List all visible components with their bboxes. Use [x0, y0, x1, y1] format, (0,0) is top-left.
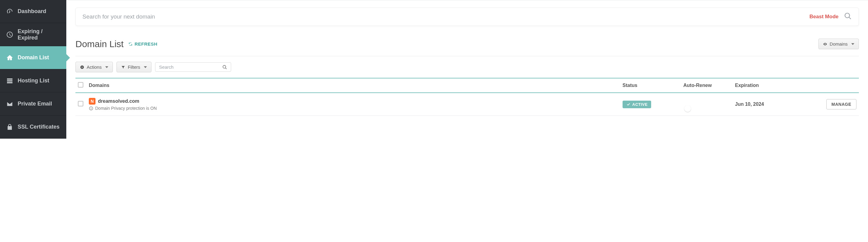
play-circle-icon — [80, 65, 84, 69]
expiration-date: Jun 10, 2024 — [735, 101, 764, 107]
manage-button[interactable]: MANAGE — [826, 99, 857, 110]
main-content: Beast Mode Domain List REFRESH Domains — [66, 0, 868, 139]
sidebar-item-label: SSL Certificates — [18, 124, 60, 130]
chevron-down-icon — [851, 43, 854, 45]
sidebar-item-dashboard[interactable]: Dashboard — [0, 0, 66, 23]
mail-icon — [6, 100, 13, 108]
search-icon[interactable] — [222, 65, 227, 70]
server-icon — [6, 77, 13, 85]
sidebar-item-expiring[interactable]: Expiring / Expired — [0, 23, 66, 46]
domain-search-input[interactable] — [83, 13, 804, 20]
sidebar-nav: Dashboard Expiring / Expired Domain List… — [0, 0, 66, 139]
privacy-note: Domain Privacy protection is ON — [95, 106, 157, 111]
page-title: Domain List — [75, 39, 123, 49]
registrar-logo-icon: N — [89, 98, 95, 104]
list-search-wrapper — [155, 62, 231, 72]
check-icon — [626, 102, 630, 107]
domain-name[interactable]: dreamsolved.com — [98, 98, 139, 104]
list-search-input[interactable] — [159, 64, 222, 70]
row-checkbox[interactable] — [78, 101, 83, 107]
lock-icon — [6, 123, 13, 131]
sidebar-item-hosting-list[interactable]: Hosting List — [0, 69, 66, 92]
column-header-status: Status — [620, 78, 681, 93]
sidebar-item-label: Domain List — [18, 54, 49, 61]
sidebar-item-label: Hosting List — [18, 78, 49, 84]
column-header-auto-renew: Auto-Renew — [681, 78, 733, 93]
clock-icon — [6, 31, 13, 38]
refresh-icon — [128, 42, 133, 46]
select-all-checkbox[interactable] — [78, 82, 83, 88]
sidebar-item-ssl[interactable]: SSL Certificates — [0, 116, 66, 139]
column-header-expiration: Expiration — [733, 78, 824, 93]
sidebar-item-label: Dashboard — [18, 8, 46, 14]
domain-search-bar: Beast Mode — [75, 8, 859, 26]
refresh-button[interactable]: REFRESH — [128, 41, 157, 47]
chevron-down-icon — [105, 66, 108, 68]
beast-mode-link[interactable]: Beast Mode — [810, 14, 838, 20]
info-icon — [89, 106, 93, 111]
eye-icon — [823, 42, 827, 46]
home-icon — [6, 54, 13, 61]
status-badge: ACTIVE — [623, 101, 651, 108]
sidebar-item-domain-list[interactable]: Domain List — [0, 46, 66, 69]
sidebar-item-label: Private Email — [18, 101, 52, 107]
chevron-down-icon — [144, 66, 147, 68]
actions-dropdown[interactable]: Actions — [75, 62, 113, 72]
gauge-icon — [6, 8, 13, 15]
list-toolbar: Actions Filters — [75, 62, 859, 72]
search-icon[interactable] — [844, 12, 852, 21]
sidebar-item-label: Expiring / Expired — [18, 28, 60, 41]
table-row: N dreamsolved.com Domain Privacy protect… — [75, 93, 859, 116]
view-selector-button[interactable]: Domains — [818, 39, 859, 49]
domain-table: Domains Status Auto-Renew Expiration N — [75, 78, 859, 116]
column-header-domains: Domains — [86, 78, 620, 93]
filters-dropdown[interactable]: Filters — [117, 62, 151, 72]
sidebar-item-private-email[interactable]: Private Email — [0, 92, 66, 116]
filter-icon — [121, 65, 125, 69]
